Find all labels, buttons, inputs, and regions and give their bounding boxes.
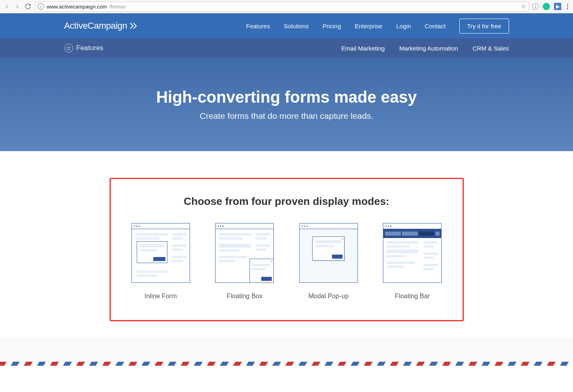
sub-nav-links: Email Marketing Marketing Automation CRM…: [341, 45, 509, 52]
forward-icon[interactable]: [14, 3, 21, 10]
back-icon[interactable]: [3, 3, 11, 10]
extension-icons: i ▶: [532, 3, 570, 10]
nav-item-enterprise[interactable]: Enterprise: [355, 23, 382, 30]
hero-subtitle: Create forms that do more than capture l…: [200, 111, 374, 121]
nav-item-pricing[interactable]: Pricing: [322, 23, 341, 30]
nav-item-login[interactable]: Login: [396, 23, 411, 30]
reload-icon[interactable]: [24, 3, 32, 10]
nav-links: Features Solutions Pricing Enterprise Lo…: [246, 19, 509, 34]
extension-square-icon[interactable]: ▶: [554, 3, 561, 10]
card-label-floating-box: Floating Box: [226, 293, 262, 300]
address-bar[interactable]: i www.activecampaign.com/forms/ ☆: [35, 2, 529, 12]
cta-try-free-button[interactable]: Try it for free: [459, 19, 509, 34]
nav-item-features[interactable]: Features: [246, 23, 270, 30]
main-content: Choose from four proven display modes:: [0, 151, 573, 337]
sub-nav: Features Email Marketing Marketing Autom…: [0, 38, 573, 58]
display-mode-cards: Inline Form: [111, 223, 463, 300]
card-label-modal-popup: Modal Pop-up: [308, 293, 349, 300]
hero-title: High-converting forms made easy: [156, 88, 417, 106]
sub-nav-title: Features: [76, 44, 104, 52]
nav-item-solutions[interactable]: Solutions: [284, 23, 309, 30]
thumb-inline-form: [131, 223, 190, 283]
sub-nav-crm-sales[interactable]: CRM & Sales: [472, 45, 509, 52]
airmail-stripe: [0, 362, 573, 366]
card-label-inline: Inline Form: [144, 293, 177, 300]
card-label-floating-bar: Floating Bar: [395, 293, 430, 300]
close-icon: ×: [342, 238, 344, 241]
thumb-floating-box: ×: [215, 223, 274, 283]
extension-grammarly-icon[interactable]: [543, 3, 550, 10]
url-domain: www.activecampaign.com: [47, 4, 107, 10]
primary-nav: ActiveCampaign Features Solutions Pricin…: [0, 13, 573, 38]
card-inline-form[interactable]: Inline Form: [125, 223, 196, 300]
sub-nav-email-marketing[interactable]: Email Marketing: [341, 45, 385, 52]
brand-name: ActiveCampaign: [64, 21, 127, 31]
hero: High-converting forms made easy Create f…: [0, 58, 573, 151]
chrome-menu-icon[interactable]: [565, 4, 570, 9]
browser-chrome: i www.activecampaign.com/forms/ ☆ i ▶: [0, 0, 573, 13]
bookmark-star-icon[interactable]: ☆: [521, 3, 526, 10]
close-icon: ×: [271, 260, 273, 263]
nav-item-contact[interactable]: Contact: [425, 23, 446, 30]
sub-nav-marketing-automation[interactable]: Marketing Automation: [399, 45, 458, 52]
site-info-icon[interactable]: i: [38, 3, 44, 10]
brand-chevron-icon: [130, 23, 138, 29]
card-floating-box[interactable]: × Floating Box: [209, 223, 280, 300]
card-modal-popup[interactable]: × Modal Pop-up: [293, 223, 364, 300]
extension-info-icon[interactable]: i: [532, 3, 539, 10]
section-gap: [0, 337, 573, 362]
display-modes-box: Choose from four proven display modes:: [110, 178, 464, 321]
svg-marker-0: [67, 46, 71, 50]
url-path: /forms/: [110, 4, 126, 10]
section-heading: Choose from four proven display modes:: [111, 195, 463, 208]
features-badge-icon: [64, 44, 73, 53]
card-floating-bar[interactable]: Floating Bar: [377, 223, 448, 300]
brand-logo[interactable]: ActiveCampaign: [64, 21, 138, 31]
sub-nav-label: Features: [64, 44, 104, 53]
thumb-floating-bar: [383, 223, 442, 283]
thumb-modal-popup: ×: [299, 223, 358, 283]
